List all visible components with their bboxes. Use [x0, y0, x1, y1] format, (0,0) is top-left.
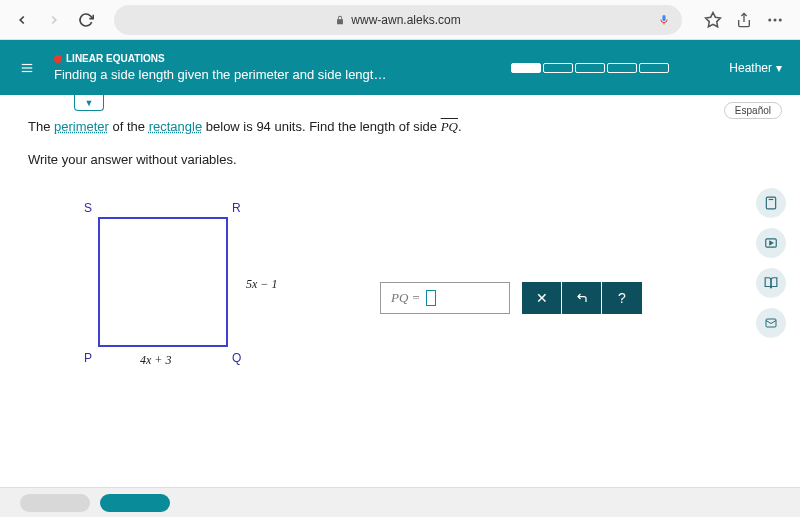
bottom-bar [0, 487, 800, 517]
bottom-button-1[interactable] [20, 494, 90, 512]
answer-label: PQ = [391, 290, 420, 306]
vertex-R: R [232, 201, 241, 215]
vertex-Q: Q [232, 351, 241, 365]
topic-title: Finding a side length given the perimete… [54, 67, 511, 82]
back-button[interactable] [10, 8, 34, 32]
bookmark-icon[interactable] [704, 11, 722, 29]
language-toggle[interactable]: Español [724, 102, 782, 119]
video-tool[interactable] [756, 228, 786, 258]
dropdown-tab[interactable]: ▼ [74, 95, 104, 111]
svg-marker-17 [770, 241, 773, 245]
share-icon[interactable] [736, 11, 752, 29]
vertex-S: S [84, 201, 92, 215]
svg-point-2 [768, 18, 771, 21]
reload-button[interactable] [74, 8, 98, 32]
mail-tool[interactable] [756, 308, 786, 338]
side-label-right: 5x − 1 [246, 277, 277, 292]
svg-point-3 [774, 18, 777, 21]
more-icon[interactable] [766, 11, 784, 29]
svg-marker-0 [706, 12, 721, 26]
vertex-P: P [84, 351, 92, 365]
mic-icon[interactable] [658, 13, 670, 27]
answer-slot[interactable] [426, 290, 436, 306]
answer-input[interactable]: PQ = [380, 282, 510, 314]
question-text: The perimeter of the rectangle below is … [28, 115, 772, 138]
forward-button[interactable] [42, 8, 66, 32]
rectangle-figure: S R P Q 5x − 1 4x + 3 [88, 207, 288, 407]
svg-point-4 [779, 18, 782, 21]
bottom-button-2[interactable] [100, 494, 170, 512]
link-rectangle[interactable]: rectangle [149, 119, 202, 134]
url-text: www-awn.aleks.com [351, 13, 460, 27]
url-bar[interactable]: www-awn.aleks.com [114, 5, 682, 35]
book-tool[interactable] [756, 268, 786, 298]
menu-button[interactable] [18, 61, 36, 75]
calculator-tool[interactable] [756, 188, 786, 218]
chevron-down-icon: ▾ [776, 61, 782, 75]
clear-button[interactable]: ✕ [522, 282, 562, 314]
side-label-bottom: 4x + 3 [140, 353, 171, 368]
category-label: LINEAR EQUATIONS [54, 53, 511, 64]
link-perimeter[interactable]: perimeter [54, 119, 109, 134]
user-menu[interactable]: Heather ▾ [729, 61, 782, 75]
progress-indicator [511, 63, 669, 73]
instruction-text: Write your answer without variables. [28, 152, 772, 167]
undo-button[interactable] [562, 282, 602, 314]
help-button[interactable]: ? [602, 282, 642, 314]
lock-icon [335, 15, 345, 25]
